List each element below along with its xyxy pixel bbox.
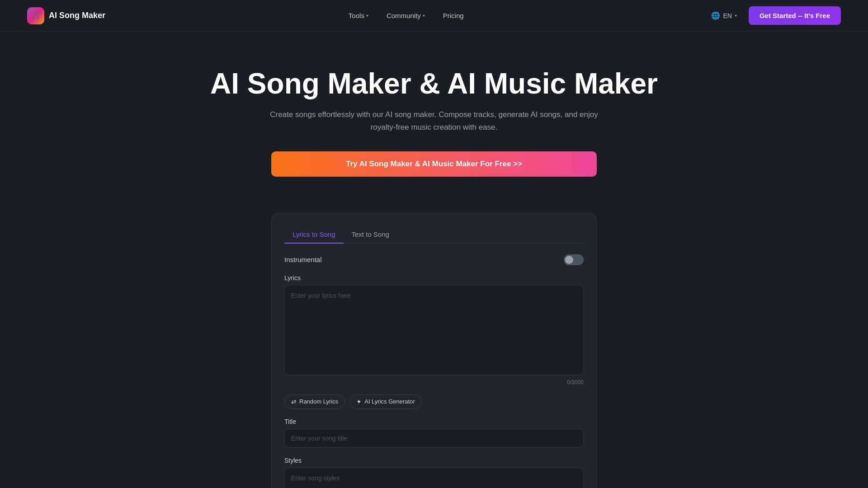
navbar: 🎵 AI Song Maker Tools ▾ Community ▾ Pric… <box>0 0 868 32</box>
song-maker-card: Lyrics to Song Text to Song Instrumental… <box>271 213 597 488</box>
instrumental-label: Instrumental <box>284 256 322 263</box>
title-field-group: Title <box>284 418 584 448</box>
get-started-button[interactable]: Get Started -- It's Free <box>749 6 841 25</box>
sparkle-icon: ✦ <box>356 398 362 405</box>
quick-buttons: ⇄ Random Lyrics ✦ AI Lyrics Generator <box>284 394 584 409</box>
chevron-down-icon: ▾ <box>366 13 368 18</box>
random-lyrics-button[interactable]: ⇄ Random Lyrics <box>284 394 345 409</box>
title-input[interactable] <box>284 429 584 448</box>
styles-label: Styles <box>284 457 584 464</box>
logo-icon: 🎵 <box>27 7 44 24</box>
lyrics-label: Lyrics <box>284 274 584 282</box>
styles-textarea[interactable] <box>284 468 584 488</box>
nav-community[interactable]: Community ▾ <box>379 8 432 23</box>
hero-section: AI Song Maker & AI Music Maker Create so… <box>0 32 868 195</box>
nav-pricing[interactable]: Pricing <box>436 8 471 23</box>
hero-cta-button[interactable]: Try AI Song Maker & AI Music Maker For F… <box>271 151 597 177</box>
nav-tools[interactable]: Tools ▾ <box>341 8 376 23</box>
language-selector[interactable]: 🌐 EN ▾ <box>707 9 741 23</box>
tabs: Lyrics to Song Text to Song <box>284 226 584 244</box>
tab-lyrics-to-song[interactable]: Lyrics to Song <box>284 226 344 244</box>
lyrics-textarea[interactable] <box>284 285 584 375</box>
chevron-down-icon: ▾ <box>735 13 737 18</box>
logo-text: AI Song Maker <box>49 11 105 20</box>
nav-right: 🌐 EN ▾ Get Started -- It's Free <box>707 6 841 25</box>
shuffle-icon: ⇄ <box>291 398 297 405</box>
ai-lyrics-generator-button[interactable]: ✦ AI Lyrics Generator <box>349 394 422 409</box>
lyrics-char-count: 0/3000 <box>284 379 584 385</box>
hero-title: AI Song Maker & AI Music Maker <box>9 68 859 99</box>
nav-center: Tools ▾ Community ▾ Pricing <box>341 8 471 23</box>
tab-text-to-song[interactable]: Text to Song <box>344 226 397 244</box>
instrumental-toggle[interactable] <box>564 254 584 265</box>
styles-field-group: Styles 0/120 <box>284 457 584 488</box>
title-label: Title <box>284 418 584 425</box>
chevron-down-icon: ▾ <box>423 13 425 18</box>
card-wrapper: Lyrics to Song Text to Song Instrumental… <box>0 195 868 488</box>
logo[interactable]: 🎵 AI Song Maker <box>27 7 105 24</box>
instrumental-row: Instrumental <box>284 254 584 265</box>
hero-subtitle: Create songs effortlessly with our AI so… <box>262 108 606 133</box>
globe-icon: 🌐 <box>711 11 720 20</box>
lyrics-field-group: Lyrics 0/3000 <box>284 274 584 385</box>
